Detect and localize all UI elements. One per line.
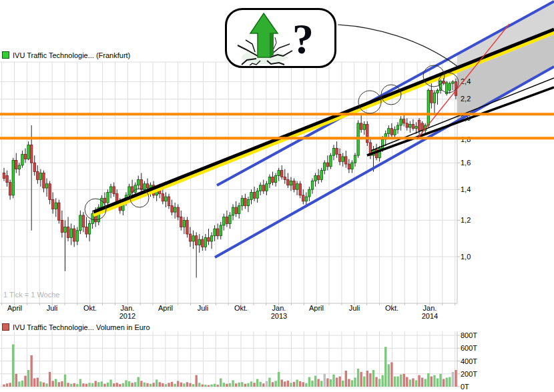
xlabel-jan-2013: Jan.2013 — [260, 304, 298, 320]
volume-legend-label: IVU Traffic Technologie... Volumen in Eu… — [13, 323, 150, 331]
price-tick-1-8: 1,8 — [461, 135, 471, 143]
xlabel-okt-2013: Okt. — [373, 304, 410, 312]
volume-tick-400t: 400T — [461, 357, 477, 365]
xlabel-juli-2011: Juli — [33, 304, 71, 312]
price-legend: IVU Traffic Technologie... (Frankfurt) — [2, 51, 130, 59]
tick-note: 1 Tick = 1 Woche — [3, 291, 59, 299]
price-tick-1-4: 1,4 — [461, 185, 471, 193]
xlabel-juli-2013: Juli — [336, 304, 373, 312]
volume-tick-600t: 600T — [461, 344, 477, 352]
stock-chart-page: IVU Traffic Technologie... (Frankfurt) 1… — [0, 0, 554, 392]
price-tick-1-0: 1,0 — [461, 253, 471, 261]
xlabel-jan-2014: Jan.2014 — [411, 304, 449, 320]
volume-tick-200t: 200T — [461, 370, 477, 378]
volume-tick-0t: 0T — [461, 383, 469, 391]
volume-tick-800t: 800T — [461, 331, 477, 339]
price-tick-2-2: 2,2 — [461, 95, 471, 103]
xlabel-april-2012: April — [147, 304, 184, 312]
price-tick-2-0: 2,0 — [461, 114, 471, 122]
xlabel-okt-2011: Okt. — [71, 304, 109, 312]
volume-legend: IVU Traffic Technologie... Volumen in Eu… — [2, 323, 150, 331]
breakout-callout: ? — [225, 8, 336, 68]
breakout-arrow-icon — [232, 11, 296, 65]
xlabel-april-2013: April — [298, 304, 335, 312]
xlabel-april-2011: April — [0, 304, 33, 312]
price-tick-1-6: 1,6 — [461, 159, 471, 167]
volume-legend-swatch — [2, 323, 9, 331]
price-tick-1-2: 1,2 — [461, 216, 471, 224]
xlabel-juli-2012: Juli — [184, 304, 222, 312]
price-legend-swatch — [2, 51, 9, 59]
xlabel-jan-2012: Jan.2012 — [109, 304, 146, 320]
price-legend-label: IVU Traffic Technologie... (Frankfurt) — [13, 51, 130, 59]
price-tick-2-4: 2,4 — [461, 77, 471, 85]
xlabel-okt-2012: Okt. — [222, 304, 260, 312]
question-mark: ? — [292, 11, 314, 67]
